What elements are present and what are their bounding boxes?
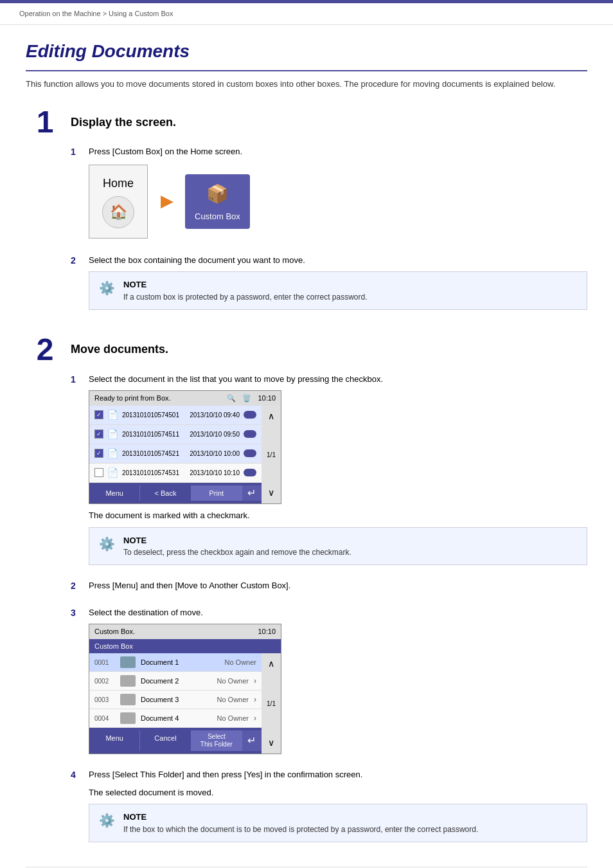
note1-content: NOTE To deselect, press the checkbox aga… bbox=[123, 534, 351, 559]
scroll-up-icon-2[interactable]: ∧ bbox=[268, 657, 274, 671]
step2-sub4: 4 Press [Select This Folder] and then pr… bbox=[71, 768, 587, 847]
step2-number: 2 bbox=[26, 334, 64, 365]
scroll-down-icon-2[interactable]: ∨ bbox=[268, 736, 274, 750]
screen2-header: Custom Box bbox=[89, 639, 281, 654]
note1-text: To deselect, press the checkbox again an… bbox=[123, 547, 351, 558]
step1-sub2: 2 Select the box containing the document… bbox=[71, 254, 587, 315]
screen2-select-btn[interactable]: SelectThis Folder bbox=[191, 730, 242, 751]
screen1-time: 10:10 bbox=[258, 393, 276, 404]
step2-sub1: 1 Select the document in the list that y… bbox=[71, 373, 587, 571]
screen2-cancel-btn[interactable]: Cancel bbox=[140, 730, 191, 751]
status-dot-2 bbox=[244, 430, 256, 438]
cbox-num-1: 0001 bbox=[94, 658, 115, 667]
doc-icon-2: 📄 bbox=[107, 428, 118, 441]
step1-substeps: 1 Press [Custom Box] on the Home screen.… bbox=[71, 145, 587, 315]
screen1-row-1[interactable]: ✓ 📄 2013101010574501 2013/10/10 09:40 bbox=[89, 406, 262, 425]
note2-content: NOTE If the box to which the document is… bbox=[123, 811, 478, 835]
screen-mockup-1: Ready to print from Box. 🔍 🗑️ 10:10 ✓ bbox=[89, 390, 281, 504]
step2-sub1-content: Select the document in the list that you… bbox=[89, 373, 587, 571]
screen1-row-2[interactable]: ✓ 📄 2013101010574511 2013/10/10 09:50 bbox=[89, 425, 262, 444]
scroll-up-icon[interactable]: ∧ bbox=[268, 410, 274, 423]
cbox-row-2[interactable]: 0002 Document 2 No Owner › bbox=[89, 672, 262, 691]
arrow-right-icon: ▶ bbox=[161, 190, 172, 213]
screen2-body: 0001 Document 1 No Owner 0002 Document 2 bbox=[89, 653, 281, 754]
doc-date-2: 2013/10/10 09:50 bbox=[190, 429, 240, 439]
cbox-num-2: 0002 bbox=[94, 676, 115, 686]
cbox-num-4: 0004 bbox=[94, 714, 115, 723]
note1-icon: ⚙️ bbox=[99, 534, 117, 554]
step2-sub3: 3 Select the destination of move. Custom… bbox=[71, 606, 587, 760]
step2-header: 2 Move documents. bbox=[26, 334, 587, 365]
screen-mockup-2: Custom Box. 10:10 Custom Box 0001 Docume… bbox=[89, 624, 281, 754]
screen1-main: ✓ 📄 2013101010574501 2013/10/10 09:40 ✓ … bbox=[89, 406, 262, 504]
screen1-row-4[interactable]: 📄 2013101010574531 2013/10/10 10:10 bbox=[89, 464, 262, 483]
cbox-num-3: 0003 bbox=[94, 695, 115, 705]
screen2-time: 10:10 bbox=[258, 626, 276, 637]
screen1-enter-icon: ↵ bbox=[242, 485, 262, 502]
screen1-menu-btn[interactable]: Menu bbox=[89, 485, 140, 502]
cbox-folder-2 bbox=[120, 675, 136, 687]
doc-icon-3: 📄 bbox=[107, 447, 118, 460]
doc-date-1: 2013/10/10 09:40 bbox=[190, 410, 240, 420]
home-label: Home bbox=[102, 175, 134, 192]
note-icon: ⚙️ bbox=[99, 278, 117, 298]
step1-sub1-text: Press [Custom Box] on the Home screen. bbox=[89, 145, 587, 158]
doc-date-3: 2013/10/10 10:00 bbox=[190, 449, 240, 458]
cbox-row-4[interactable]: 0004 Document 4 No Owner › bbox=[89, 709, 262, 728]
screen2-menu-btn[interactable]: Menu bbox=[89, 730, 140, 751]
cbox-folder-3 bbox=[120, 694, 136, 705]
main-content: Editing Documents This function allows y… bbox=[0, 25, 613, 869]
note1-title: NOTE bbox=[123, 534, 351, 547]
step2-sub1-num: 1 bbox=[71, 373, 84, 571]
doc-icon-1: 📄 bbox=[107, 408, 118, 422]
screen2-sidebar: ∧ 1/1 ∨ bbox=[262, 653, 281, 754]
screen1-trash-icon: 🗑️ bbox=[242, 393, 251, 404]
step1-sub1: 1 Press [Custom Box] on the Home screen.… bbox=[71, 145, 587, 245]
step2-title: Move documents. bbox=[71, 341, 168, 358]
step1-sub2-text: Select the box containing the document y… bbox=[89, 254, 587, 267]
step2-note1: ⚙️ NOTE To deselect, press the checkbox … bbox=[89, 527, 587, 566]
cbox-folder-4 bbox=[120, 712, 136, 724]
step1-note-content: NOTE If a custom box is protected by a p… bbox=[123, 278, 368, 303]
note2-title: NOTE bbox=[123, 811, 478, 824]
cbox-row-1[interactable]: 0001 Document 1 No Owner bbox=[89, 653, 262, 672]
step2-section: 2 Move documents. 1 Select the document … bbox=[26, 334, 587, 847]
custom-box-icon: 📦 bbox=[195, 181, 240, 208]
home-screen-diagram: Home 🏠 ▶ 📦 Custom Box bbox=[89, 165, 587, 239]
step2-sub2-text: Press [Menu] and then [Move to Another C… bbox=[89, 579, 587, 592]
step2-sub2: 2 Press [Menu] and then [Move to Another… bbox=[71, 579, 587, 597]
cbox-owner-1: No Owner bbox=[224, 657, 256, 668]
doc-date-4: 2013/10/10 10:10 bbox=[190, 468, 240, 478]
status-dot-4 bbox=[244, 469, 256, 476]
cbox-row-3[interactable]: 0003 Document 3 No Owner › bbox=[89, 691, 262, 709]
cbox-folder-1 bbox=[120, 656, 136, 668]
cbox-name-3: Document 3 bbox=[141, 694, 211, 705]
step1-note-title: NOTE bbox=[123, 278, 368, 291]
checkbox-1[interactable]: ✓ bbox=[94, 410, 103, 419]
cbox-owner-2: No Owner bbox=[217, 676, 249, 687]
step2-sub4-num: 4 bbox=[71, 768, 84, 847]
screen2-status: Custom Box. bbox=[94, 626, 135, 637]
scroll-down-icon[interactable]: ∨ bbox=[268, 486, 274, 500]
step1-note-text: If a custom box is protected by a passwo… bbox=[123, 291, 368, 303]
step2-sub3-num: 3 bbox=[71, 606, 84, 760]
step1-sub1-content: Press [Custom Box] on the Home screen. H… bbox=[89, 145, 587, 245]
checkbox-2[interactable]: ✓ bbox=[94, 429, 103, 439]
screen2-main: 0001 Document 1 No Owner 0002 Document 2 bbox=[89, 653, 262, 754]
step1-sub2-content: Select the box containing the document y… bbox=[89, 254, 587, 315]
step1-sub2-num: 2 bbox=[71, 254, 84, 315]
intro-text: This function allows you to move documen… bbox=[26, 78, 587, 91]
cbox-name-2: Document 2 bbox=[141, 676, 211, 687]
checkbox-4[interactable] bbox=[94, 468, 103, 477]
screen1-print-btn[interactable]: Print bbox=[191, 485, 242, 502]
note2-text: If the box to which the document is to b… bbox=[123, 824, 478, 835]
custom-box-button[interactable]: 📦 Custom Box bbox=[185, 174, 250, 230]
checkbox-3[interactable]: ✓ bbox=[94, 449, 103, 458]
screen2-enter-icon: ↵ bbox=[242, 730, 262, 751]
doc-icon-4: 📄 bbox=[107, 466, 118, 480]
step2-sub4-text: Press [Select This Folder] and then pres… bbox=[89, 768, 587, 781]
screen1-row-3[interactable]: ✓ 📄 2013101010574521 2013/10/10 10:00 bbox=[89, 444, 262, 464]
doc-id-4: 2013101010574531 bbox=[122, 468, 186, 478]
screen1-search-icon: 🔍 bbox=[227, 393, 236, 404]
screen1-back-btn[interactable]: < Back bbox=[140, 485, 191, 502]
